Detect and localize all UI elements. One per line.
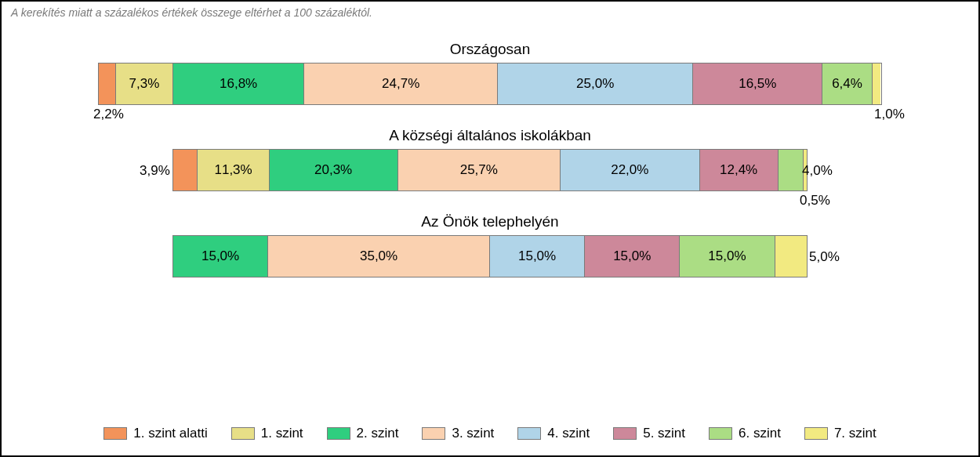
segment-label: 25,0% — [576, 76, 614, 92]
swatch-icon — [422, 427, 445, 440]
swatch-icon — [613, 427, 637, 440]
legend-item-level-below-1: 1. szint alatti — [103, 426, 208, 441]
segment-level-7 — [775, 236, 807, 277]
segment-level-6: 15,0% — [680, 236, 775, 277]
segment-label: 22,0% — [611, 162, 648, 178]
segment-level-below-1 — [173, 150, 198, 190]
segment-level-6: 6,4% — [822, 63, 873, 104]
legend-label: 2. szint — [357, 426, 399, 441]
legend-item-level-4: 4. szint — [517, 426, 590, 441]
segment-label: 16,8% — [220, 76, 257, 92]
legend-label: 5. szint — [643, 426, 685, 441]
segment-label: 12,4% — [720, 162, 757, 178]
segment-label: 16,5% — [739, 76, 776, 92]
stacked-bar: 7,3% 16,8% 24,7% 25,0% 16,5% 6,4% — [98, 63, 882, 105]
legend-label: 1. szint — [261, 426, 303, 441]
chart-row-kozsegi: A községi általános iskolákban 11,3% 20,… — [98, 127, 882, 191]
segment-level-below-1 — [99, 63, 116, 104]
bar-wrap: 7,3% 16,8% 24,7% 25,0% 16,5% 6,4% 2,2% 1… — [98, 63, 882, 105]
segment-level-4: 25,0% — [498, 63, 694, 104]
footnote: A kerekítés miatt a százalékos értékek ö… — [11, 6, 971, 19]
segment-label: 20,3% — [314, 162, 352, 178]
segment-label: 15,0% — [613, 248, 651, 264]
segment-level-5: 12,4% — [700, 150, 779, 190]
segment-level-2: 20,3% — [270, 150, 398, 190]
segment-label: 7,3% — [129, 76, 160, 92]
segment-level-3: 35,0% — [268, 236, 490, 277]
external-label: 4,0% — [802, 163, 833, 179]
legend-label: 1. szint alatti — [133, 426, 208, 441]
legend-label: 6. szint — [739, 426, 781, 441]
stacked-bar: 15,0% 35,0% 15,0% 15,0% 15,0% — [172, 235, 808, 277]
segment-level-7 — [873, 63, 880, 104]
legend-label: 4. szint — [547, 426, 590, 441]
external-label: 1,0% — [874, 107, 905, 122]
segment-level-5: 16,5% — [693, 63, 822, 104]
legend-item-level-2: 2. szint — [327, 426, 399, 441]
swatch-icon — [804, 427, 828, 440]
segment-level-1: 11,3% — [198, 150, 269, 190]
external-label: 3,9% — [140, 163, 170, 179]
legend: 1. szint alatti 1. szint 2. szint 3. szi… — [2, 426, 978, 441]
legend-label: 3. szint — [452, 426, 494, 441]
segment-label: 25,7% — [460, 162, 498, 178]
swatch-icon — [709, 427, 732, 440]
segment-label: 35,0% — [360, 248, 397, 264]
legend-item-level-1: 1. szint — [231, 426, 303, 441]
stacked-bar: 11,3% 20,3% 25,7% 22,0% 12,4% — [172, 149, 808, 191]
swatch-icon — [327, 427, 350, 440]
segment-level-4: 15,0% — [490, 236, 585, 277]
chart-row-orszagosan: Országosan 7,3% 16,8% 24,7% 25,0% 16,5% … — [98, 41, 882, 105]
bar-wrap: 15,0% 35,0% 15,0% 15,0% 15,0% 5,0% — [172, 235, 808, 277]
segment-label: 15,0% — [201, 248, 239, 264]
segment-level-3: 25,7% — [398, 150, 561, 190]
external-label: 5,0% — [809, 249, 840, 265]
bar-wrap: 11,3% 20,3% 25,7% 22,0% 12,4% 3,9% 4,0% … — [172, 149, 808, 191]
segment-label: 11,3% — [214, 162, 252, 178]
segment-label: 15,0% — [708, 248, 746, 264]
legend-item-level-7: 7. szint — [804, 426, 877, 441]
chart-title: Az Önök telephelyén — [421, 213, 558, 230]
segment-level-1: 7,3% — [116, 63, 173, 104]
legend-item-level-5: 5. szint — [613, 426, 685, 441]
swatch-icon — [103, 427, 127, 440]
segment-level-4: 22,0% — [561, 150, 700, 190]
segment-label: 24,7% — [382, 76, 419, 92]
segment-label: 15,0% — [518, 248, 556, 264]
segment-level-6 — [779, 150, 804, 190]
chart-title: Országosan — [450, 41, 530, 58]
segment-level-2: 15,0% — [173, 236, 268, 277]
chart-row-onok: Az Önök telephelyén 15,0% 35,0% 15,0% 15… — [98, 213, 882, 277]
legend-label: 7. szint — [834, 426, 877, 441]
legend-item-level-6: 6. szint — [709, 426, 781, 441]
chart-title: A községi általános iskolákban — [389, 127, 591, 144]
charts-container: Országosan 7,3% 16,8% 24,7% 25,0% 16,5% … — [9, 41, 971, 277]
swatch-icon — [517, 427, 541, 440]
segment-label: 6,4% — [832, 76, 862, 92]
chart-frame: A kerekítés miatt a százalékos értékek ö… — [0, 0, 980, 457]
segment-level-5: 15,0% — [585, 236, 680, 277]
external-label: 0,5% — [800, 193, 830, 209]
external-label: 2,2% — [93, 107, 124, 122]
segment-level-3: 24,7% — [304, 63, 498, 104]
legend-item-level-3: 3. szint — [422, 426, 494, 441]
swatch-icon — [231, 427, 255, 440]
segment-level-2: 16,8% — [173, 63, 305, 104]
